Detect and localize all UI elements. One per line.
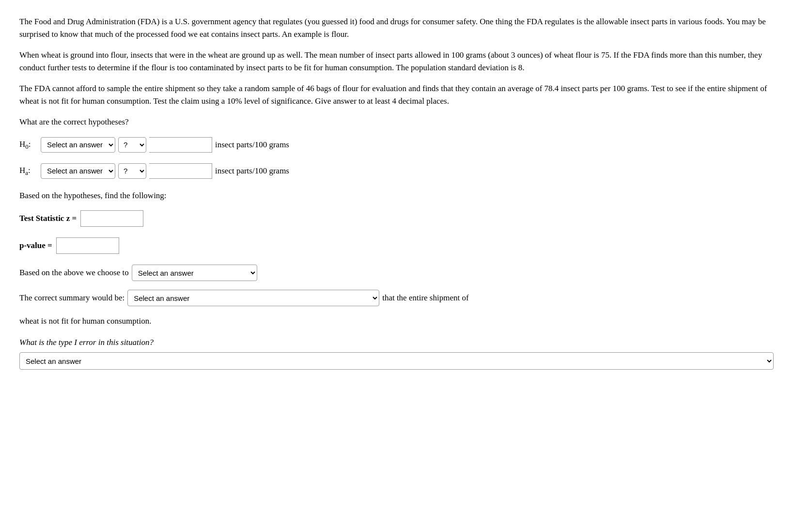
type-error-select[interactable]: Select an answer Concluding the shipment…: [19, 352, 774, 370]
h0-value-input[interactable]: [149, 137, 212, 153]
ha-select[interactable]: Select an answer μ = μ ≠ μ < μ > μ ≤ μ ≥: [41, 163, 115, 179]
summary-suffix-line2: wheat is not fit for human consumption.: [19, 315, 774, 328]
test-statistic-row: Test Statistic z =: [19, 210, 774, 227]
p-value-row: p-value =: [19, 237, 774, 254]
summary-row: The correct summary would be: Select an …: [19, 290, 774, 306]
test-statistic-label: Test Statistic z =: [19, 212, 77, 225]
choose-select[interactable]: Select an answer Reject the Null Hypothe…: [132, 265, 257, 281]
hypotheses-question-label: What are the correct hypotheses?: [19, 116, 774, 128]
p-value-label: p-value =: [19, 239, 52, 252]
find-following-label: Based on the hypotheses, find the follow…: [19, 189, 774, 202]
summary-select[interactable]: Select an answer There is sufficient evi…: [127, 290, 379, 306]
ha-row: Ha: Select an answer μ = μ ≠ μ < μ > μ ≤…: [19, 163, 774, 179]
paragraph-1-text: The Food and Drug Administration (FDA) i…: [19, 17, 766, 39]
find-following-section: Based on the hypotheses, find the follow…: [19, 189, 774, 254]
summary-suffix-text: wheat is not fit for human consumption.: [19, 316, 151, 326]
summary-prefix: The correct summary would be:: [19, 292, 124, 304]
ha-label: Ha:: [19, 164, 38, 178]
ha-value-input[interactable]: [149, 163, 212, 179]
paragraph-1: The Food and Drug Administration (FDA) i…: [19, 16, 774, 40]
h0-row: H0: Select an answer μ = μ ≠ μ < μ > μ ≤…: [19, 137, 774, 153]
choose-row: Based on the above we choose to Select a…: [19, 265, 774, 281]
paragraph-2: When wheat is ground into flour, insects…: [19, 49, 774, 74]
summary-suffix-line1: that the entire shipment of: [382, 292, 468, 304]
h0-label: H0:: [19, 138, 38, 152]
ha-symbol-select[interactable]: ? = ≠ < > ≤ ≥: [118, 163, 146, 179]
h0-symbol-select[interactable]: ? = ≠ < > ≤ ≥: [118, 137, 146, 153]
type-error-label: What is the type I error in this situati…: [19, 336, 774, 349]
h0-select[interactable]: Select an answer μ = μ ≠ μ < μ > μ ≤ μ ≥: [41, 137, 115, 153]
p-value-input[interactable]: [56, 237, 119, 254]
paragraph-3-text: The FDA cannot afford to sample the enti…: [19, 84, 767, 106]
hypotheses-section: What are the correct hypotheses? H0: Sel…: [19, 116, 774, 179]
paragraph-2-text: When wheat is ground into flour, insects…: [19, 50, 762, 72]
test-statistic-input[interactable]: [80, 210, 143, 227]
choose-prefix: Based on the above we choose to: [19, 266, 129, 279]
type-error-section: What is the type I error in this situati…: [19, 336, 774, 370]
ha-unit: insect parts/100 grams: [215, 165, 289, 177]
paragraph-3: The FDA cannot afford to sample the enti…: [19, 82, 774, 107]
h0-unit: insect parts/100 grams: [215, 139, 289, 151]
